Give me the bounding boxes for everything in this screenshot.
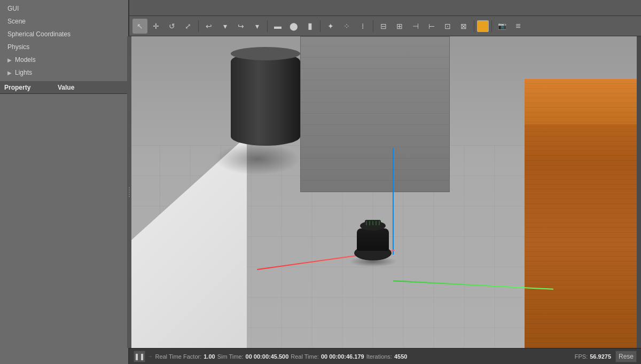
sidebar-item-lights[interactable]: ▶ Lights (0, 66, 128, 79)
color-swatch[interactable] (477, 20, 489, 32)
sidebar-item-models[interactable]: ▶ Models (0, 53, 128, 66)
world-menu: GUI Scene Spherical Coordinates Physics … (0, 0, 128, 82)
fps-label: FPS: (575, 353, 588, 360)
pause-button[interactable]: ❚❚ (134, 351, 145, 362)
box-shape-button[interactable]: ▬ (270, 19, 285, 34)
robot-sensor (365, 220, 381, 226)
concrete-wall (300, 36, 450, 192)
properties-panel: Property Value (0, 82, 128, 364)
real-time-factor-item: Real Time Factor: 1.00 (155, 353, 215, 360)
toolbar-separator-2 (267, 20, 268, 32)
reset-button[interactable]: Rese (615, 351, 637, 362)
lights-expand-icon: ▶ (7, 70, 12, 76)
log-button[interactable]: ≡ (511, 19, 526, 34)
robot-model[interactable] (351, 212, 394, 260)
real-time-item: Real Time: 00 00:00:46.179 (291, 353, 364, 360)
value-column-header: Value (58, 84, 124, 91)
real-time-value: 00 00:00:46.179 (321, 353, 364, 360)
snap-button-2[interactable]: ⊞ (392, 19, 407, 34)
translate-tool-button[interactable]: ✛ (148, 19, 163, 34)
measure-button[interactable]: ⁞ (355, 19, 370, 34)
scale-tool-button[interactable]: ⤢ (181, 19, 196, 34)
sim-time-label: Sim Time: (217, 353, 244, 360)
cylinder-shape-button[interactable]: ▮ (302, 19, 317, 34)
align-button-1[interactable]: ⊣ (408, 19, 423, 34)
viewport[interactable] (129, 36, 637, 348)
fps-item: FPS: 56.9275 (575, 353, 611, 360)
sidebar-item-physics[interactable]: Physics (0, 41, 128, 53)
properties-header: Property Value (0, 82, 128, 94)
toolbar-separator-5 (474, 20, 474, 32)
undo-arrow-button[interactable]: ▾ (217, 19, 232, 34)
iterations-label: Iterations: (366, 353, 392, 360)
status-separator: ~ (148, 353, 152, 360)
toolbar-separator-4 (373, 20, 373, 32)
screenshot-button[interactable]: 📷 (495, 19, 510, 34)
toolbar: ↖ ✛ ↺ ⤢ ↩ ▾ ↪ ▾ ▬ ⬤ ▮ ✦ ⁘ ⁞ ⊟ ⊞ ⊣ ⊢ ⊡ ⊠ … (129, 16, 641, 36)
redo-button[interactable]: ↪ (233, 19, 248, 34)
fps-value: 56.9275 (590, 353, 611, 360)
rotate-tool-button[interactable]: ↺ (165, 19, 179, 34)
left-panel: GUI Scene Spherical Coordinates Physics … (0, 0, 129, 364)
real-time-label: Real Time: (291, 353, 319, 360)
iterations-value: 4550 (394, 353, 407, 360)
scene-canvas (129, 36, 637, 348)
wooden-box (525, 79, 637, 348)
sidebar-item-gui[interactable]: GUI (0, 2, 128, 15)
select-tool-button[interactable]: ↖ (132, 19, 147, 34)
toolbar-separator-6 (491, 20, 492, 32)
concrete-texture (301, 37, 449, 192)
wireframe-button-1[interactable]: ⊡ (440, 19, 455, 34)
undo-button[interactable]: ↩ (201, 19, 216, 34)
models-expand-icon: ▶ (7, 57, 12, 63)
toolbar-separator-3 (320, 20, 320, 32)
sun-button[interactable]: ✦ (323, 19, 338, 34)
sim-time-value: 00 00:00:45.500 (246, 353, 289, 360)
sidebar-item-spherical-coordinates[interactable]: Spherical Coordinates (0, 28, 128, 41)
real-time-factor-value: 1.00 (204, 353, 215, 360)
sphere-shape-button[interactable]: ⬤ (286, 19, 301, 34)
align-button-2[interactable]: ⊢ (424, 19, 439, 34)
sim-time-item: Sim Time: 00 00:00:45.500 (217, 353, 289, 360)
sidebar-item-scene[interactable]: Scene (0, 15, 128, 28)
particles-button[interactable]: ⁘ (339, 19, 354, 34)
wireframe-button-2[interactable]: ⊠ (456, 19, 471, 34)
toolbar-separator-1 (198, 20, 199, 32)
wooden-box-grain (525, 79, 637, 348)
real-time-factor-label: Real Time Factor: (155, 353, 201, 360)
panel-resize-handle[interactable] (127, 36, 131, 348)
property-column-header: Property (4, 84, 58, 91)
cylinder-shadow (215, 143, 300, 175)
robot-body (357, 228, 389, 251)
redo-arrow-button[interactable]: ▾ (249, 19, 264, 34)
status-bar: ❚❚ ~ Real Time Factor: 1.00 Sim Time: 00… (129, 348, 641, 364)
dark-cylinder (231, 52, 300, 146)
snap-button-1[interactable]: ⊟ (376, 19, 391, 34)
iterations-item: Iterations: 4550 (366, 353, 408, 360)
